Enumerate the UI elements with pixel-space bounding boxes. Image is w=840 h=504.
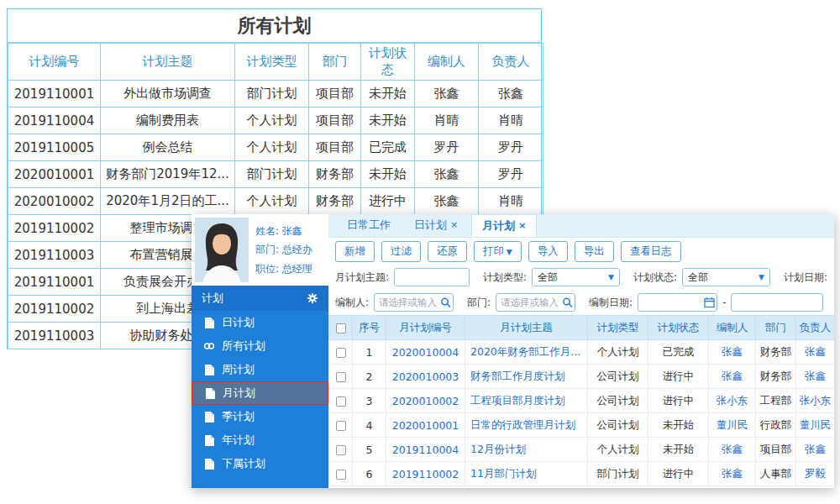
plan-subject-link[interactable]: 2020年财务部工作月... bbox=[470, 345, 580, 358]
toolbar-button-import[interactable]: 导入 bbox=[528, 241, 568, 262]
all-plans-cell: 2019110003 bbox=[8, 242, 101, 269]
doc-icon bbox=[203, 318, 215, 328]
calendar-icon[interactable] bbox=[704, 297, 715, 308]
desktop: 所有计划 计划编号计划主题计划类型部门计划状态编制人负责人 2019110001… bbox=[0, 0, 840, 504]
owner-link[interactable]: 罗毅 bbox=[805, 467, 826, 480]
tab-daily-work[interactable]: 日常工作 bbox=[337, 214, 401, 237]
status-filter-label: 计划状态: bbox=[633, 270, 677, 285]
sidebar-item-subordinate-plans[interactable]: 下属计划 bbox=[192, 452, 328, 475]
compiler-link[interactable]: 张鑫 bbox=[722, 345, 743, 358]
row-checkbox[interactable] bbox=[336, 421, 346, 431]
tab-label: 月计划 bbox=[482, 219, 515, 232]
plan-subject-link[interactable]: 日常的行政管理月计划 bbox=[470, 418, 575, 431]
sidebar-item-yearly-plan[interactable]: 年计划 bbox=[192, 428, 328, 452]
all-plans-row: 2019110001外出做市场调查部门计划项目部未开始张鑫张鑫 bbox=[8, 81, 543, 108]
owner-link[interactable]: 张鑫 bbox=[805, 345, 826, 358]
sidebar-item-daily-plan[interactable]: 日计划 bbox=[192, 311, 328, 334]
compiler-link[interactable]: 张鑫 bbox=[722, 443, 743, 455]
all-plans-cell: 2019110001 bbox=[8, 81, 101, 108]
sidebar-item-monthly-plan[interactable]: 月计划 bbox=[192, 381, 328, 405]
month-grid-row: 42020010001日常的行政管理月计划公司计划未开始董川民行政部董川民 bbox=[329, 413, 835, 438]
all-plans-cell: 项目部 bbox=[309, 81, 361, 108]
compile-date-end-input[interactable] bbox=[731, 293, 823, 312]
plan-status: 进行中 bbox=[648, 462, 709, 486]
sidebar-item-weekly-plan[interactable]: 周计划 bbox=[192, 358, 328, 381]
compiler-link-cell: 张鑫 bbox=[709, 462, 756, 486]
plan-number-link[interactable]: 2020010002 bbox=[392, 395, 459, 407]
month-grid-row: 5201911000412月份计划个人计划未开始张鑫项目部张鑫 bbox=[329, 438, 835, 462]
owner-link[interactable]: 张鑫 bbox=[805, 370, 826, 382]
row-checkbox[interactable] bbox=[336, 396, 346, 407]
checkbox-cell bbox=[329, 462, 353, 486]
sidebar-item-label: 年计划 bbox=[222, 433, 255, 448]
plan-number-link[interactable]: 2020010003 bbox=[392, 370, 459, 383]
plan-number-link[interactable]: 2020010001 bbox=[392, 419, 459, 432]
owner-link[interactable]: 张小东 bbox=[800, 394, 832, 407]
month-grid-row: 22020010003财务部工作月度计划公司计划进行中张鑫财务部张鑫 bbox=[329, 365, 835, 389]
row-checkbox[interactable] bbox=[336, 372, 346, 382]
close-icon[interactable]: × bbox=[450, 219, 458, 230]
toolbar-button-restore[interactable]: 还原 bbox=[428, 241, 467, 262]
plan-number-link[interactable]: 2020010004 bbox=[392, 346, 459, 359]
tab-monthly-plan[interactable]: 月计划× bbox=[471, 214, 537, 237]
plan-subject-link[interactable]: 12月份计划 bbox=[470, 443, 526, 455]
row-checkbox[interactable] bbox=[336, 470, 346, 480]
tab-label: 日计划 bbox=[414, 218, 447, 231]
owner-link[interactable]: 张鑫 bbox=[805, 443, 826, 455]
compiler-link[interactable]: 张鑫 bbox=[722, 370, 743, 382]
checkbox-cell bbox=[329, 365, 353, 389]
compiler-link[interactable]: 张鑫 bbox=[722, 467, 743, 480]
toolbar-button-add[interactable]: 新增 bbox=[335, 241, 375, 262]
tab-daily-plan[interactable]: 日计划× bbox=[404, 214, 468, 237]
toolbar-button-print[interactable]: 打印 ▼ bbox=[474, 241, 522, 262]
gear-icon[interactable] bbox=[307, 292, 318, 304]
plan-subject-link[interactable]: 工程项目部月度计划 bbox=[470, 394, 565, 407]
compiler-link-cell: 张鑫 bbox=[709, 365, 756, 389]
search-icon[interactable] bbox=[440, 297, 451, 308]
seq-number: 3 bbox=[353, 389, 386, 413]
all-plans-cell: 2020年1月2日的工... bbox=[101, 188, 235, 215]
seq-number: 4 bbox=[353, 413, 386, 438]
plan-number-link[interactable]: 2019110004 bbox=[392, 444, 459, 456]
status-filter-value: 全部 bbox=[688, 270, 708, 285]
sidebar: 姓名: 张鑫 部门: 总经办 职位: 总经理 计划 bbox=[192, 214, 328, 488]
sidebar-menu: 日计划所有计划周计划月计划季计划年计划下属计划 bbox=[192, 311, 328, 475]
row-checkbox[interactable] bbox=[336, 445, 346, 455]
sidebar-item-quarterly-plan[interactable]: 季计划 bbox=[192, 405, 328, 428]
all-plans-cell: 2019110001 bbox=[8, 269, 101, 296]
close-icon[interactable]: × bbox=[518, 220, 526, 231]
compiler-link[interactable]: 张小东 bbox=[717, 394, 748, 407]
plan-number-link[interactable]: 2019110002 bbox=[392, 468, 459, 480]
type-filter-select[interactable]: 全部 ▼ bbox=[532, 268, 620, 286]
tab-bar: 日常工作日计划×月计划× bbox=[328, 214, 834, 238]
toolbar-button-filter[interactable]: 过滤 bbox=[381, 241, 421, 262]
all-plans-cell: 肖晴 bbox=[479, 188, 543, 215]
sidebar-item-all-plans[interactable]: 所有计划 bbox=[192, 334, 328, 358]
toolbar-button-view-log[interactable]: 查看日志 bbox=[621, 241, 681, 262]
select-all-checkbox[interactable] bbox=[336, 323, 346, 333]
all-plans-cell: 部门计划 bbox=[235, 161, 309, 188]
doc-icon bbox=[203, 459, 215, 470]
doc-icon bbox=[204, 388, 216, 399]
toolbar-button-export[interactable]: 导出 bbox=[575, 241, 614, 262]
plan-type: 部门计划 bbox=[588, 462, 648, 486]
compiler-link[interactable]: 董川民 bbox=[717, 418, 748, 431]
compiler-filter-field bbox=[374, 293, 454, 312]
search-icon[interactable] bbox=[562, 297, 573, 308]
plan-number-link-cell: 2020010001 bbox=[386, 413, 465, 438]
compile-date-start-field bbox=[638, 293, 717, 312]
sidebar-item-label: 季计划 bbox=[222, 409, 255, 424]
all-plans-column-header: 计划主题 bbox=[101, 44, 235, 81]
owner-link-cell: 张鑫 bbox=[796, 340, 835, 365]
profile-name: 姓名: 张鑫 bbox=[255, 222, 312, 240]
row-checkbox[interactable] bbox=[336, 348, 346, 358]
owner-link[interactable]: 董川民 bbox=[800, 418, 832, 431]
status-filter-select[interactable]: 全部 ▼ bbox=[682, 268, 770, 286]
subject-filter-input[interactable] bbox=[394, 268, 470, 286]
month-grid-column-header: 序号 bbox=[353, 316, 386, 340]
type-filter-value: 全部 bbox=[538, 270, 558, 285]
compile-date-filter-label: 编制日期: bbox=[589, 296, 633, 310]
plan-subject-link[interactable]: 财务部工作月度计划 bbox=[470, 370, 565, 382]
plan-subject-link[interactable]: 11月部门计划 bbox=[470, 467, 536, 480]
dept-filter-label: 部门: bbox=[467, 296, 491, 310]
